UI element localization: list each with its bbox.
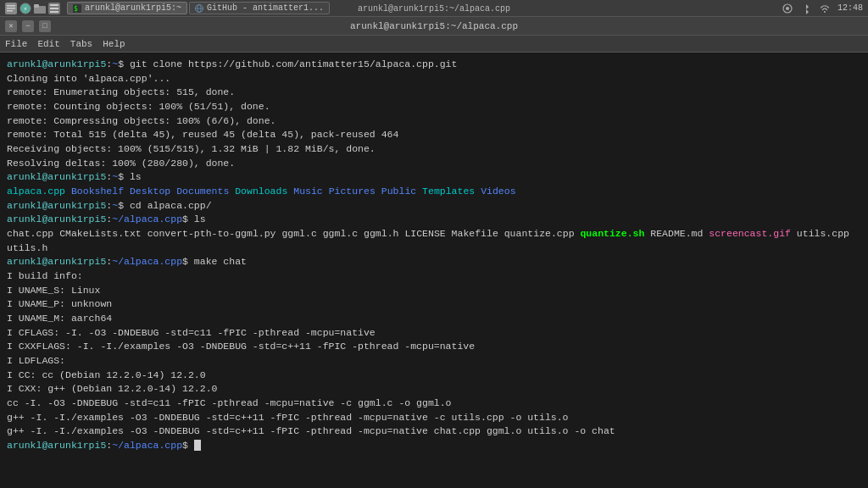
build-cc: I CC: cc (Debian 12.2.0-14) 12.2.0: [7, 369, 861, 383]
file-manager-icon[interactable]: [48, 3, 60, 14]
svg-rect-3: [7, 10, 13, 12]
build-uname-p: I UNAME_P: unknown: [7, 297, 861, 312]
terminal-line-make: arunkl@arunk1rpi5:~/alpaca.cpp$ make cha…: [7, 255, 861, 269]
build-cxxflags: I CXXFLAGS: -I. -I./examples -O3 -DNDEBU…: [7, 340, 861, 354]
terminal-line-8: Resolving deltas: 100% (280/280), done.: [7, 157, 861, 171]
terminal-line-1: arunkl@arunk1rpi5:~$ git clone https://g…: [7, 58, 861, 72]
window-close-button[interactable]: ✕: [5, 20, 17, 32]
terminal-line-ls1: arunkl@arunk1rpi5:~$ ls: [7, 170, 861, 185]
svg-rect-9: [50, 4, 58, 6]
clock: 12:48: [837, 3, 863, 13]
github-tab-label: GitHub - antimatter1...: [207, 3, 324, 13]
menu-help[interactable]: Help: [103, 39, 125, 49]
terminal-cursor: [194, 440, 201, 451]
terminal-final-prompt: arunkl@arunk1rpi5:~/alpaca.cpp$: [7, 439, 861, 453]
terminal-line-cd: arunkl@arunk1rpi5:~$ cd alpaca.cpp/: [7, 199, 861, 214]
compile-line-2: g++ -I. -I./examples -O3 -DNDEBUG -std=c…: [7, 411, 861, 425]
svg-text:$: $: [74, 5, 78, 13]
menu-edit[interactable]: Edit: [37, 39, 59, 49]
build-uname-m: I UNAME_M: aarch64: [7, 312, 861, 326]
system-bar: ⚡ $ arunkl@arunk1rpi5:~: [0, 0, 868, 17]
app-icon-2[interactable]: ⚡: [19, 3, 31, 14]
title-bar-title: arunkl@arunk1rpi5:~/alpaca.cpp: [350, 21, 518, 31]
browser-icon-small: [195, 4, 203, 13]
wifi-icon: [819, 3, 831, 14]
menu-tabs[interactable]: Tabs: [70, 39, 92, 49]
headphone-icon: [782, 3, 793, 14]
folder-icon[interactable]: [34, 3, 46, 14]
system-bar-filepath: arunkl@arunk1rpi5:~/alpaca.cpp: [358, 3, 510, 14]
browser-taskbar-item[interactable]: GitHub - antimatter1...: [189, 2, 330, 14]
app-icon-1[interactable]: [5, 3, 17, 14]
svg-rect-10: [50, 8, 58, 9]
terminal-taskbar-item[interactable]: $ arunkl@arunk1rpi5:~: [67, 2, 187, 14]
svg-text:⚡: ⚡: [24, 5, 28, 13]
build-ldflags: I LDFLAGS:: [7, 354, 861, 369]
system-bar-right: 12:48: [782, 3, 863, 14]
terminal-icon-small: $: [73, 4, 81, 13]
svg-rect-11: [50, 11, 58, 13]
menu-bar: File Edit Tabs Help: [0, 36, 868, 53]
window-minimize-button[interactable]: −: [22, 20, 34, 32]
terminal-line-2: Cloning into 'alpaca.cpp'...: [7, 72, 861, 86]
svg-point-18: [786, 7, 789, 10]
terminal-line-7: Receiving objects: 100% (515/515), 1.32 …: [7, 142, 861, 157]
build-cflags: I CFLAGS: -I. -O3 -DNDEBUG -std=c11 -fPI…: [7, 326, 861, 341]
bluetooth-icon: [800, 3, 812, 14]
terminal-ls2-output: chat.cpp CMakeLists.txt convert-pth-to-g…: [7, 227, 861, 255]
terminal-ls-output: alpaca.cpp Bookshelf Desktop Documents D…: [7, 185, 861, 199]
build-uname-s: I UNAME_S: Linux: [7, 284, 861, 298]
terminal-tab-label: arunkl@arunk1rpi5:~: [85, 3, 181, 13]
svg-rect-7: [34, 4, 39, 8]
terminal-line-ls2: arunkl@arunk1rpi5:~/alpaca.cpp$ ls: [7, 213, 861, 227]
build-cxx: I CXX: g++ (Debian 12.2.0-14) 12.2.0: [7, 382, 861, 396]
compile-line-3: g++ -I. -I./examples -O3 -DNDEBUG -std=c…: [7, 424, 861, 439]
system-bar-left: ⚡ $ arunkl@arunk1rpi5:~: [5, 2, 330, 14]
menu-file[interactable]: File: [5, 39, 27, 49]
terminal-line-3: remote: Enumerating objects: 515, done.: [7, 86, 861, 100]
svg-rect-2: [7, 8, 15, 9]
terminal-window[interactable]: arunkl@arunk1rpi5:~$ git clone https://g…: [0, 53, 868, 488]
build-info: I build info:: [7, 269, 861, 284]
terminal-line-5: remote: Compressing objects: 100% (6/6),…: [7, 114, 861, 129]
prompt-user: arunkl@arunk1rpi5: [7, 58, 106, 69]
window-maximize-button[interactable]: □: [39, 20, 51, 32]
terminal-line-6: remote: Total 515 (delta 45), reused 45 …: [7, 128, 861, 142]
terminal-line-4: remote: Counting objects: 100% (51/51), …: [7, 100, 861, 114]
compile-line-1: cc -I. -O3 -DNDEBUG -std=c11 -fPIC -pthr…: [7, 396, 861, 411]
svg-rect-1: [7, 5, 15, 7]
title-bar-left: ✕ − □: [5, 20, 51, 32]
title-bar: ✕ − □ arunkl@arunk1rpi5:~/alpaca.cpp: [0, 17, 868, 36]
